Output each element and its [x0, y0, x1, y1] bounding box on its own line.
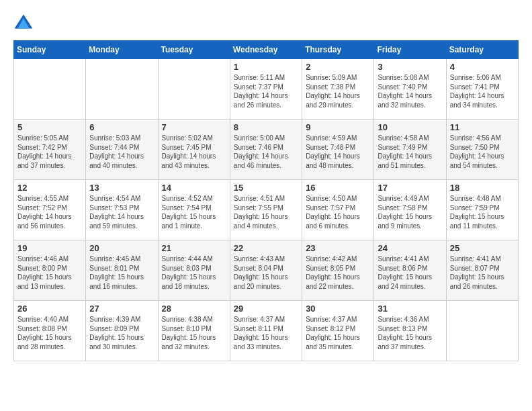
- day-number: 29: [234, 304, 298, 314]
- day-number: 12: [17, 183, 82, 193]
- day-info: Sunrise: 4:50 AM Sunset: 7:57 PM Dayligh…: [306, 194, 370, 230]
- day-number: 19: [17, 243, 82, 253]
- day-number: 9: [306, 122, 370, 132]
- day-cell: 13Sunrise: 4:54 AM Sunset: 7:53 PM Dayli…: [86, 180, 158, 240]
- week-row-3: 19Sunrise: 4:46 AM Sunset: 8:00 PM Dayli…: [14, 240, 519, 301]
- header-monday: Monday: [86, 41, 158, 59]
- day-number: 7: [162, 122, 226, 132]
- day-cell: [14, 59, 86, 120]
- day-info: Sunrise: 4:38 AM Sunset: 8:10 PM Dayligh…: [162, 315, 226, 351]
- day-cell: 16Sunrise: 4:50 AM Sunset: 7:57 PM Dayli…: [302, 180, 374, 240]
- day-number: 5: [17, 122, 82, 132]
- day-cell: 25Sunrise: 4:41 AM Sunset: 8:07 PM Dayli…: [446, 240, 518, 301]
- day-info: Sunrise: 5:03 AM Sunset: 7:44 PM Dayligh…: [89, 134, 154, 170]
- day-cell: 7Sunrise: 5:02 AM Sunset: 7:45 PM Daylig…: [158, 120, 230, 180]
- day-cell: 27Sunrise: 4:39 AM Sunset: 8:09 PM Dayli…: [86, 301, 158, 361]
- day-cell: 23Sunrise: 4:42 AM Sunset: 8:05 PM Dayli…: [302, 240, 374, 301]
- day-number: 11: [450, 122, 515, 132]
- day-cell: 6Sunrise: 5:03 AM Sunset: 7:44 PM Daylig…: [86, 120, 158, 180]
- day-info: Sunrise: 4:42 AM Sunset: 8:05 PM Dayligh…: [306, 255, 370, 291]
- day-cell: 20Sunrise: 4:45 AM Sunset: 8:01 PM Dayli…: [86, 240, 158, 301]
- day-info: Sunrise: 5:06 AM Sunset: 7:41 PM Dayligh…: [450, 73, 515, 109]
- day-info: Sunrise: 5:02 AM Sunset: 7:45 PM Dayligh…: [162, 134, 226, 170]
- day-number: 16: [306, 183, 370, 193]
- calendar-header: SundayMondayTuesdayWednesdayThursdayFrid…: [14, 41, 519, 59]
- day-cell: 31Sunrise: 4:36 AM Sunset: 8:13 PM Dayli…: [374, 301, 446, 361]
- day-number: 28: [162, 304, 226, 314]
- header-friday: Friday: [374, 41, 446, 59]
- logo-icon: [13, 13, 34, 34]
- day-info: Sunrise: 4:37 AM Sunset: 8:11 PM Dayligh…: [234, 315, 298, 351]
- day-info: Sunrise: 4:54 AM Sunset: 7:53 PM Dayligh…: [89, 194, 154, 230]
- day-info: Sunrise: 4:37 AM Sunset: 8:12 PM Dayligh…: [306, 315, 370, 351]
- header-thursday: Thursday: [302, 41, 374, 59]
- day-cell: 3Sunrise: 5:08 AM Sunset: 7:40 PM Daylig…: [374, 59, 446, 120]
- header-sunday: Sunday: [14, 41, 86, 59]
- day-info: Sunrise: 4:41 AM Sunset: 8:07 PM Dayligh…: [450, 255, 515, 291]
- day-info: Sunrise: 4:43 AM Sunset: 8:04 PM Dayligh…: [234, 255, 298, 291]
- day-cell: 4Sunrise: 5:06 AM Sunset: 7:41 PM Daylig…: [446, 59, 518, 120]
- day-cell: 14Sunrise: 4:52 AM Sunset: 7:54 PM Dayli…: [158, 180, 230, 240]
- day-number: 1: [234, 62, 298, 72]
- day-number: 27: [89, 304, 154, 314]
- day-cell: 5Sunrise: 5:05 AM Sunset: 7:42 PM Daylig…: [14, 120, 86, 180]
- day-info: Sunrise: 5:11 AM Sunset: 7:37 PM Dayligh…: [234, 73, 298, 109]
- day-info: Sunrise: 4:59 AM Sunset: 7:48 PM Dayligh…: [306, 134, 370, 170]
- day-info: Sunrise: 4:58 AM Sunset: 7:49 PM Dayligh…: [378, 134, 442, 170]
- day-info: Sunrise: 5:00 AM Sunset: 7:46 PM Dayligh…: [234, 134, 298, 170]
- day-number: 10: [378, 122, 442, 132]
- day-number: 14: [162, 183, 226, 193]
- day-number: 4: [450, 62, 515, 72]
- day-cell: 9Sunrise: 4:59 AM Sunset: 7:48 PM Daylig…: [302, 120, 374, 180]
- day-info: Sunrise: 4:44 AM Sunset: 8:03 PM Dayligh…: [162, 255, 226, 291]
- calendar-table: SundayMondayTuesdayWednesdayThursdayFrid…: [13, 40, 519, 361]
- day-info: Sunrise: 4:52 AM Sunset: 7:54 PM Dayligh…: [162, 194, 226, 230]
- day-info: Sunrise: 5:09 AM Sunset: 7:38 PM Dayligh…: [306, 73, 370, 109]
- day-number: 24: [378, 243, 442, 253]
- header-row: SundayMondayTuesdayWednesdayThursdayFrid…: [14, 41, 519, 59]
- day-number: 6: [89, 122, 154, 132]
- day-info: Sunrise: 4:55 AM Sunset: 7:52 PM Dayligh…: [17, 194, 82, 230]
- day-cell: 10Sunrise: 4:58 AM Sunset: 7:49 PM Dayli…: [374, 120, 446, 180]
- day-cell: 19Sunrise: 4:46 AM Sunset: 8:00 PM Dayli…: [14, 240, 86, 301]
- header-wednesday: Wednesday: [230, 41, 302, 59]
- day-cell: 22Sunrise: 4:43 AM Sunset: 8:04 PM Dayli…: [230, 240, 302, 301]
- day-info: Sunrise: 4:48 AM Sunset: 7:59 PM Dayligh…: [450, 194, 515, 230]
- day-info: Sunrise: 4:40 AM Sunset: 8:08 PM Dayligh…: [17, 315, 82, 351]
- day-number: 21: [162, 243, 226, 253]
- week-row-2: 12Sunrise: 4:55 AM Sunset: 7:52 PM Dayli…: [14, 180, 519, 240]
- day-info: Sunrise: 5:05 AM Sunset: 7:42 PM Dayligh…: [17, 134, 82, 170]
- day-cell: 15Sunrise: 4:51 AM Sunset: 7:55 PM Dayli…: [230, 180, 302, 240]
- day-info: Sunrise: 4:36 AM Sunset: 8:13 PM Dayligh…: [378, 315, 442, 351]
- week-row-4: 26Sunrise: 4:40 AM Sunset: 8:08 PM Dayli…: [14, 301, 519, 361]
- day-info: Sunrise: 4:49 AM Sunset: 7:58 PM Dayligh…: [378, 194, 442, 230]
- day-number: 22: [234, 243, 298, 253]
- day-cell: [86, 59, 158, 120]
- day-number: 26: [17, 304, 82, 314]
- day-cell: [446, 301, 518, 361]
- day-info: Sunrise: 4:45 AM Sunset: 8:01 PM Dayligh…: [89, 255, 154, 291]
- day-info: Sunrise: 4:39 AM Sunset: 8:09 PM Dayligh…: [89, 315, 154, 351]
- header-tuesday: Tuesday: [158, 41, 230, 59]
- day-number: 2: [306, 62, 370, 72]
- day-info: Sunrise: 4:41 AM Sunset: 8:06 PM Dayligh…: [378, 255, 442, 291]
- day-number: 20: [89, 243, 154, 253]
- day-cell: 28Sunrise: 4:38 AM Sunset: 8:10 PM Dayli…: [158, 301, 230, 361]
- day-number: 23: [306, 243, 370, 253]
- day-number: 8: [234, 122, 298, 132]
- day-number: 3: [378, 62, 442, 72]
- day-cell: 30Sunrise: 4:37 AM Sunset: 8:12 PM Dayli…: [302, 301, 374, 361]
- logo: [13, 13, 36, 34]
- day-cell: 18Sunrise: 4:48 AM Sunset: 7:59 PM Dayli…: [446, 180, 518, 240]
- week-row-1: 5Sunrise: 5:05 AM Sunset: 7:42 PM Daylig…: [14, 120, 519, 180]
- page-header: [13, 13, 519, 34]
- day-number: 17: [378, 183, 442, 193]
- week-row-0: 1Sunrise: 5:11 AM Sunset: 7:37 PM Daylig…: [14, 59, 519, 120]
- day-cell: 26Sunrise: 4:40 AM Sunset: 8:08 PM Dayli…: [14, 301, 86, 361]
- day-cell: 11Sunrise: 4:56 AM Sunset: 7:50 PM Dayli…: [446, 120, 518, 180]
- day-cell: 12Sunrise: 4:55 AM Sunset: 7:52 PM Dayli…: [14, 180, 86, 240]
- day-number: 15: [234, 183, 298, 193]
- day-cell: 21Sunrise: 4:44 AM Sunset: 8:03 PM Dayli…: [158, 240, 230, 301]
- day-cell: [158, 59, 230, 120]
- day-cell: 2Sunrise: 5:09 AM Sunset: 7:38 PM Daylig…: [302, 59, 374, 120]
